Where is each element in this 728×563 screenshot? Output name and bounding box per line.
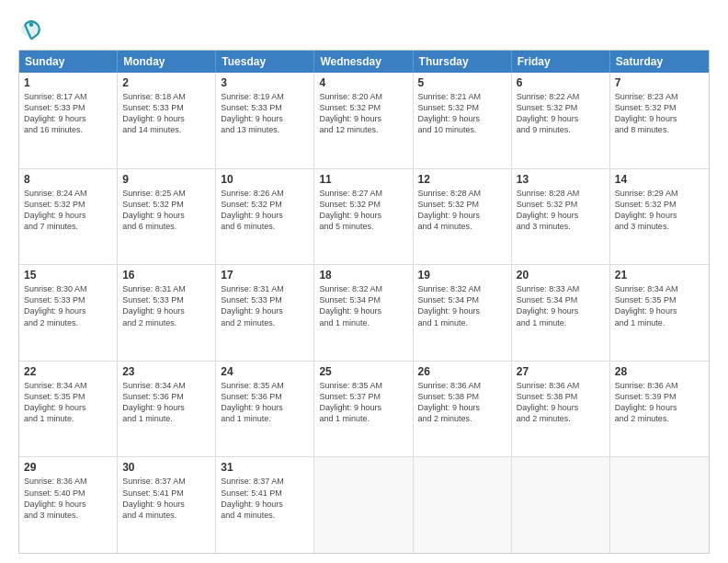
info-line: Daylight: 9 hours bbox=[221, 499, 309, 510]
day-info: Sunrise: 8:27 AMSunset: 5:32 PMDaylight:… bbox=[319, 188, 407, 233]
info-line: Sunrise: 8:36 AM bbox=[615, 380, 704, 391]
info-line: Daylight: 9 hours bbox=[221, 305, 309, 316]
day-number: 13 bbox=[517, 173, 605, 186]
day-number: 17 bbox=[221, 269, 309, 282]
info-line: Sunrise: 8:34 AM bbox=[24, 380, 112, 391]
day-info: Sunrise: 8:36 AMSunset: 5:38 PMDaylight:… bbox=[517, 380, 605, 425]
day-cell-23: 23Sunrise: 8:34 AMSunset: 5:36 PMDayligh… bbox=[118, 362, 216, 457]
day-number: 23 bbox=[122, 365, 210, 378]
week-row-2: 8Sunrise: 8:24 AMSunset: 5:32 PMDaylight… bbox=[19, 169, 709, 266]
info-line: Daylight: 9 hours bbox=[615, 210, 704, 221]
info-line: Daylight: 9 hours bbox=[24, 113, 112, 124]
day-number: 24 bbox=[221, 365, 309, 378]
info-line: and 2 minutes. bbox=[24, 317, 112, 328]
day-number: 8 bbox=[24, 173, 112, 186]
day-info: Sunrise: 8:23 AMSunset: 5:32 PMDaylight:… bbox=[615, 91, 704, 136]
info-line: Daylight: 9 hours bbox=[122, 499, 210, 510]
info-line: Daylight: 9 hours bbox=[319, 305, 407, 316]
info-line: and 1 minute. bbox=[122, 413, 210, 424]
info-line: Sunset: 5:33 PM bbox=[24, 102, 112, 113]
header-day-wednesday: Wednesday bbox=[314, 51, 413, 73]
info-line: Daylight: 9 hours bbox=[221, 402, 309, 413]
info-line: Sunset: 5:32 PM bbox=[418, 102, 506, 113]
info-line: Sunset: 5:39 PM bbox=[615, 391, 704, 402]
day-cell-10: 10Sunrise: 8:26 AMSunset: 5:32 PMDayligh… bbox=[216, 169, 314, 265]
day-cell-20: 20Sunrise: 8:33 AMSunset: 5:34 PMDayligh… bbox=[512, 265, 610, 361]
info-line: Sunset: 5:32 PM bbox=[319, 102, 407, 113]
info-line: and 1 minute. bbox=[319, 413, 407, 424]
info-line: Sunrise: 8:23 AM bbox=[615, 91, 704, 102]
info-line: Sunset: 5:37 PM bbox=[319, 391, 407, 402]
info-line: Sunset: 5:32 PM bbox=[517, 199, 605, 210]
info-line: and 13 minutes. bbox=[221, 124, 309, 135]
info-line: and 4 minutes. bbox=[221, 510, 309, 521]
day-cell-5: 5Sunrise: 8:21 AMSunset: 5:32 PMDaylight… bbox=[414, 73, 512, 168]
day-number: 6 bbox=[517, 76, 605, 89]
info-line: and 14 minutes. bbox=[122, 124, 210, 135]
info-line: Daylight: 9 hours bbox=[418, 113, 506, 124]
week-row-5: 29Sunrise: 8:36 AMSunset: 5:40 PMDayligh… bbox=[19, 457, 709, 553]
info-line: Sunrise: 8:34 AM bbox=[615, 283, 704, 294]
info-line: Daylight: 9 hours bbox=[418, 210, 506, 221]
day-cell-8: 8Sunrise: 8:24 AMSunset: 5:32 PMDaylight… bbox=[19, 169, 118, 265]
info-line: Daylight: 9 hours bbox=[319, 210, 407, 221]
info-line: Sunset: 5:36 PM bbox=[122, 391, 210, 402]
day-info: Sunrise: 8:19 AMSunset: 5:33 PMDaylight:… bbox=[221, 91, 309, 136]
day-info: Sunrise: 8:21 AMSunset: 5:32 PMDaylight:… bbox=[418, 91, 506, 136]
info-line: Sunrise: 8:36 AM bbox=[24, 476, 112, 487]
day-info: Sunrise: 8:24 AMSunset: 5:32 PMDaylight:… bbox=[24, 188, 112, 233]
day-number: 29 bbox=[24, 461, 112, 474]
day-number: 3 bbox=[221, 76, 309, 89]
info-line: Sunset: 5:36 PM bbox=[221, 391, 309, 402]
day-info: Sunrise: 8:35 AMSunset: 5:36 PMDaylight:… bbox=[221, 380, 309, 425]
day-info: Sunrise: 8:37 AMSunset: 5:41 PMDaylight:… bbox=[122, 476, 210, 521]
info-line: Daylight: 9 hours bbox=[122, 113, 210, 124]
info-line: Sunrise: 8:31 AM bbox=[122, 283, 210, 294]
day-info: Sunrise: 8:33 AMSunset: 5:34 PMDaylight:… bbox=[517, 283, 605, 328]
day-cell-22: 22Sunrise: 8:34 AMSunset: 5:35 PMDayligh… bbox=[19, 362, 118, 457]
day-info: Sunrise: 8:25 AMSunset: 5:32 PMDaylight:… bbox=[122, 188, 210, 233]
info-line: Sunrise: 8:33 AM bbox=[517, 283, 605, 294]
day-number: 15 bbox=[24, 269, 112, 282]
day-info: Sunrise: 8:32 AMSunset: 5:34 PMDaylight:… bbox=[418, 283, 506, 328]
day-cell-16: 16Sunrise: 8:31 AMSunset: 5:33 PMDayligh… bbox=[118, 265, 216, 361]
info-line: Sunset: 5:32 PM bbox=[221, 199, 309, 210]
day-number: 25 bbox=[319, 365, 407, 378]
info-line: Daylight: 9 hours bbox=[24, 499, 112, 510]
day-cell-18: 18Sunrise: 8:32 AMSunset: 5:34 PMDayligh… bbox=[314, 265, 413, 361]
day-info: Sunrise: 8:37 AMSunset: 5:41 PMDaylight:… bbox=[221, 476, 309, 521]
day-cell-27: 27Sunrise: 8:36 AMSunset: 5:38 PMDayligh… bbox=[512, 362, 610, 457]
header-day-sunday: Sunday bbox=[19, 51, 118, 73]
info-line: Daylight: 9 hours bbox=[122, 402, 210, 413]
info-line: Sunrise: 8:37 AM bbox=[122, 476, 210, 487]
day-info: Sunrise: 8:17 AMSunset: 5:33 PMDaylight:… bbox=[24, 91, 112, 136]
info-line: Sunset: 5:33 PM bbox=[221, 294, 309, 305]
info-line: Sunrise: 8:18 AM bbox=[122, 91, 210, 102]
info-line: Sunrise: 8:29 AM bbox=[615, 188, 704, 199]
day-number: 11 bbox=[319, 173, 407, 186]
info-line: and 2 minutes. bbox=[615, 413, 704, 424]
day-info: Sunrise: 8:34 AMSunset: 5:35 PMDaylight:… bbox=[24, 380, 112, 425]
day-info: Sunrise: 8:29 AMSunset: 5:32 PMDaylight:… bbox=[615, 188, 704, 233]
info-line: Daylight: 9 hours bbox=[221, 113, 309, 124]
info-line: and 3 minutes. bbox=[24, 510, 112, 521]
info-line: Sunrise: 8:25 AM bbox=[122, 188, 210, 199]
day-cell-26: 26Sunrise: 8:36 AMSunset: 5:38 PMDayligh… bbox=[414, 362, 512, 457]
info-line: Sunset: 5:41 PM bbox=[122, 488, 210, 499]
day-number: 19 bbox=[418, 269, 506, 282]
day-info: Sunrise: 8:36 AMSunset: 5:39 PMDaylight:… bbox=[615, 380, 704, 425]
day-cell-30: 30Sunrise: 8:37 AMSunset: 5:41 PMDayligh… bbox=[118, 457, 216, 553]
info-line: Sunrise: 8:32 AM bbox=[319, 283, 407, 294]
day-cell-13: 13Sunrise: 8:28 AMSunset: 5:32 PMDayligh… bbox=[512, 169, 610, 265]
info-line: Daylight: 9 hours bbox=[122, 210, 210, 221]
day-info: Sunrise: 8:20 AMSunset: 5:32 PMDaylight:… bbox=[319, 91, 407, 136]
empty-cell bbox=[414, 457, 512, 553]
info-line: Sunrise: 8:28 AM bbox=[517, 188, 605, 199]
info-line: Sunset: 5:40 PM bbox=[24, 488, 112, 499]
info-line: and 6 minutes. bbox=[122, 221, 210, 232]
info-line: Sunset: 5:41 PM bbox=[221, 488, 309, 499]
info-line: Daylight: 9 hours bbox=[24, 305, 112, 316]
day-cell-2: 2Sunrise: 8:18 AMSunset: 5:33 PMDaylight… bbox=[118, 73, 216, 168]
day-number: 26 bbox=[418, 365, 506, 378]
day-number: 10 bbox=[221, 173, 309, 186]
